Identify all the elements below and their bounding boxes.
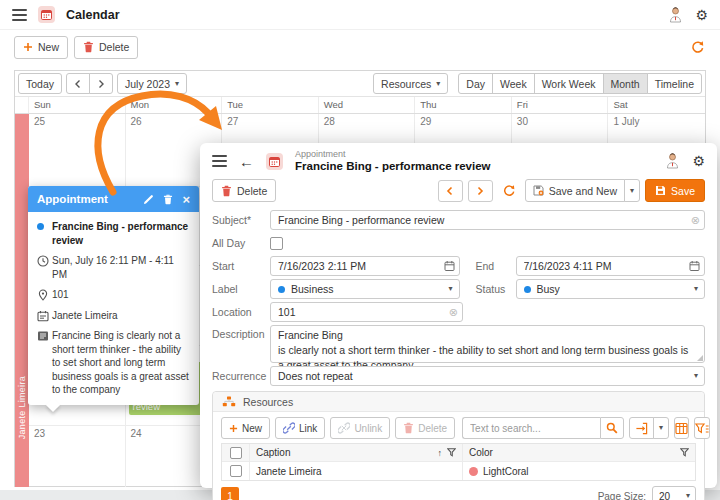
save-button[interactable]: Save bbox=[645, 179, 705, 202]
view-timeline-button[interactable]: Timeline bbox=[647, 73, 702, 94]
location-label: Location bbox=[212, 306, 270, 318]
link-icon bbox=[283, 422, 295, 434]
status-select[interactable]: Busy▾ bbox=[516, 279, 706, 299]
unlink-icon bbox=[338, 422, 350, 434]
previous-appointment-button[interactable] bbox=[438, 180, 463, 202]
export-splitbutton: ▾ bbox=[629, 417, 669, 439]
view-month-button[interactable]: Month bbox=[603, 73, 648, 94]
location-input[interactable] bbox=[270, 302, 463, 322]
delete-button[interactable]: Delete bbox=[74, 36, 138, 59]
label-select[interactable]: Business▾ bbox=[270, 279, 460, 299]
filter-icon bbox=[695, 423, 709, 434]
column-chooser-button[interactable] bbox=[674, 417, 689, 439]
all-day-checkbox[interactable] bbox=[270, 237, 283, 250]
export-dropdown[interactable]: ▾ bbox=[653, 417, 669, 439]
export-icon bbox=[635, 422, 648, 435]
edit-appointment-button[interactable] bbox=[143, 194, 154, 205]
save-and-new-dropdown[interactable]: ▾ bbox=[624, 179, 640, 202]
save-and-new-button[interactable]: Save and New bbox=[525, 179, 625, 202]
resources-selector[interactable]: Resources▾ bbox=[373, 73, 448, 94]
color-column-header[interactable]: Color bbox=[463, 444, 695, 461]
trash-icon bbox=[163, 194, 173, 205]
chevron-left-icon bbox=[446, 186, 454, 196]
row-checkbox[interactable] bbox=[230, 465, 242, 477]
next-appointment-button[interactable] bbox=[468, 180, 493, 202]
tooltip-title: Appointment bbox=[37, 193, 134, 205]
back-button[interactable]: ← bbox=[239, 154, 254, 169]
clear-icon[interactable]: ⊗ bbox=[449, 307, 458, 318]
new-button-label: New bbox=[38, 41, 59, 53]
form-refresh-button[interactable] bbox=[498, 180, 520, 202]
calendar-picker-icon[interactable] bbox=[689, 260, 700, 272]
filter-row-toggle-button[interactable] bbox=[694, 417, 710, 439]
resource-delete-button[interactable]: Delete bbox=[395, 417, 455, 439]
end-date-input[interactable] bbox=[516, 256, 706, 276]
status-value: Busy bbox=[537, 283, 560, 295]
link-label: Link bbox=[299, 423, 317, 434]
view-day-button[interactable]: Day bbox=[458, 73, 493, 94]
day-header: Fri bbox=[512, 97, 609, 113]
next-button[interactable] bbox=[89, 73, 113, 94]
description-textarea[interactable]: Francine Bing is clearly not a short ter… bbox=[270, 325, 705, 363]
refresh-button[interactable] bbox=[686, 36, 708, 58]
user-avatar[interactable] bbox=[666, 153, 679, 169]
resource-icon bbox=[37, 309, 52, 323]
form-delete-button[interactable]: Delete bbox=[212, 179, 276, 202]
recurrence-select[interactable]: Does not repeat▾ bbox=[270, 366, 705, 386]
clear-icon[interactable]: ⊗ bbox=[691, 215, 700, 226]
menu-icon[interactable] bbox=[12, 9, 27, 21]
calendar-cell[interactable]: 23 bbox=[29, 426, 126, 487]
menu-icon[interactable] bbox=[212, 155, 227, 167]
resource-new-button[interactable]: New bbox=[221, 417, 270, 439]
settings-gear-icon[interactable]: ⚙ bbox=[695, 8, 708, 22]
filter-funnel-icon[interactable] bbox=[680, 448, 689, 457]
chevron-down-icon: ▾ bbox=[448, 285, 452, 293]
tooltip-time: Sun, July 16 2:11 PM - 4:11 PM bbox=[52, 254, 190, 281]
date-label: 29 bbox=[417, 115, 509, 127]
app-calendar-icon bbox=[38, 6, 55, 23]
resources-panel-title: Resources bbox=[243, 396, 293, 408]
chevron-down-icon: ▾ bbox=[694, 285, 698, 293]
plus-icon bbox=[229, 424, 238, 433]
start-date-input[interactable] bbox=[270, 256, 460, 276]
resource-link-button[interactable]: Link bbox=[275, 417, 325, 439]
today-button[interactable]: Today bbox=[18, 73, 62, 94]
command-bar: New Delete bbox=[0, 30, 720, 64]
close-icon[interactable]: × bbox=[182, 193, 190, 206]
color-name-cell: LightCoral bbox=[483, 466, 529, 477]
delete-appointment-button[interactable] bbox=[163, 194, 173, 205]
caption-column-header[interactable]: Caption ↑ bbox=[250, 444, 463, 461]
label-color-dot bbox=[278, 286, 285, 293]
search-icon bbox=[606, 422, 618, 434]
calendar-picker-icon[interactable] bbox=[444, 260, 455, 272]
end-label: End bbox=[460, 260, 516, 272]
view-workweek-button[interactable]: Work Week bbox=[534, 73, 604, 94]
new-button[interactable]: New bbox=[14, 36, 68, 59]
select-all-checkbox[interactable] bbox=[230, 447, 242, 459]
filter-funnel-icon[interactable] bbox=[447, 448, 456, 457]
period-selector[interactable]: July 2023▾ bbox=[117, 73, 187, 94]
page-size-select[interactable]: 20▾ bbox=[652, 486, 696, 500]
page-1-button[interactable]: 1 bbox=[221, 487, 239, 500]
calendar-nav: Today July 2023▾ Resources▾ Day Week Wor… bbox=[15, 71, 705, 97]
description-line: Francine Bing bbox=[278, 328, 697, 343]
prev-button[interactable] bbox=[66, 73, 90, 94]
sort-ascending-icon[interactable]: ↑ bbox=[438, 448, 443, 458]
settings-gear-icon[interactable]: ⚙ bbox=[692, 154, 705, 168]
calendar-cell[interactable]: 25 bbox=[29, 114, 126, 187]
recurrence-label: Recurrence bbox=[212, 370, 270, 382]
table-row[interactable]: Janete Limeira LightCoral bbox=[222, 462, 695, 480]
resource-unlink-button[interactable]: Unlink bbox=[330, 417, 390, 439]
search-button[interactable] bbox=[600, 417, 624, 439]
tooltip-location: 101 bbox=[52, 288, 69, 302]
export-button[interactable] bbox=[629, 417, 654, 439]
view-week-button[interactable]: Week bbox=[492, 73, 535, 94]
resource-search bbox=[462, 417, 624, 439]
search-input[interactable] bbox=[462, 417, 600, 439]
pencil-icon bbox=[143, 194, 154, 205]
resize-handle[interactable] bbox=[697, 355, 703, 361]
column-chooser-icon bbox=[675, 422, 688, 435]
subject-input[interactable] bbox=[270, 210, 705, 230]
form-toolbar: Delete Save and New ▾ Save bbox=[200, 173, 717, 206]
user-avatar[interactable] bbox=[669, 7, 682, 23]
